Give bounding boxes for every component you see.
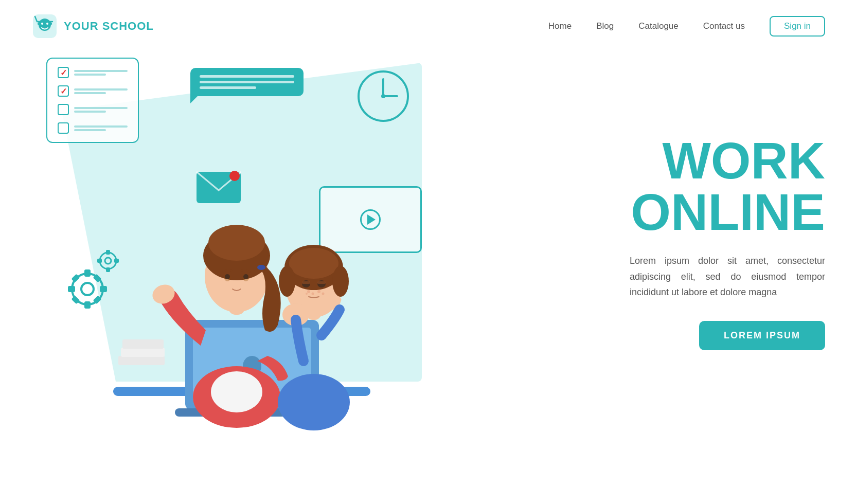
clock-icon [355,68,412,124]
svg-point-3 [46,23,48,25]
svg-point-54 [332,266,349,297]
svg-rect-63 [317,281,326,284]
check-item-4 [58,122,128,134]
checkmark-2: ✓ [60,86,67,96]
hero-title-line2: ONLINE [631,183,825,241]
school-logo-icon [31,12,59,40]
check-lines-2 [74,88,128,94]
svg-point-37 [211,371,262,412]
checkmark-1: ✓ [60,68,67,78]
checkbox-1: ✓ [58,67,69,78]
check-lines-1 [74,70,128,76]
svg-point-41 [208,225,265,261]
check-lines-3 [74,107,128,113]
svg-point-4 [38,22,41,25]
svg-point-59 [322,293,325,295]
checkbox-4 [58,122,69,134]
check-line [74,74,106,76]
check-line [74,125,128,128]
svg-rect-16 [68,286,75,292]
svg-point-42 [257,265,265,270]
svg-point-56 [312,293,314,295]
person-illustration [82,140,401,474]
checklist-card: ✓ ✓ [46,58,139,143]
checkbox-3 [58,104,69,115]
svg-point-45 [225,274,230,279]
svg-point-52 [289,248,338,279]
nav-blog[interactable]: Blog [596,21,614,31]
svg-rect-62 [302,281,310,284]
svg-rect-30 [121,348,165,357]
nav-home[interactable]: Home [548,21,572,31]
nav-contact[interactable]: Contact us [703,21,745,31]
check-lines-4 [74,125,128,131]
svg-point-2 [41,23,43,25]
svg-point-55 [307,290,310,293]
svg-point-46 [243,274,248,279]
chat-line [200,86,256,89]
svg-point-9 [381,94,385,98]
logo-area: YOUR SCHOOL [31,12,154,40]
logo-text: YOUR SCHOOL [64,20,154,33]
chat-line [200,75,294,78]
check-line [74,111,106,113]
svg-point-48 [278,374,350,430]
hero-description: Lorem ipsum dolor sit amet, consectetur … [630,253,825,300]
check-line [74,88,128,91]
check-item-1: ✓ [58,67,128,78]
check-line [74,70,128,72]
checkbox-2: ✓ [58,85,69,97]
chat-line [200,81,294,83]
check-item-3 [58,104,128,115]
check-line [74,92,106,94]
check-line [74,129,106,131]
right-content: WORK ONLINE Lorem ipsum dolor sit amet, … [453,52,825,350]
check-line [74,107,128,109]
svg-point-5 [49,22,52,25]
check-item-2: ✓ [58,85,128,97]
signin-button[interactable]: Sign in [770,16,825,37]
illustration-area: ✓ ✓ [31,52,453,474]
svg-point-58 [317,290,320,293]
svg-rect-29 [118,356,165,365]
main-content: ✓ ✓ [0,52,856,504]
hero-title: WORK ONLINE [631,135,825,238]
svg-point-57 [306,293,308,295]
svg-point-53 [279,266,295,297]
main-nav: Home Blog Catalogue Contact us Sign in [548,16,825,37]
chat-bubble-icon [190,68,304,96]
nav-catalogue[interactable]: Catalogue [638,21,679,31]
svg-rect-31 [122,339,164,349]
header: YOUR SCHOOL Home Blog Catalogue Contact … [0,0,856,52]
hero-title-line1: WORK [662,132,825,189]
cta-button[interactable]: LOREM IPSUM [699,321,825,350]
chat-lines [200,75,294,89]
